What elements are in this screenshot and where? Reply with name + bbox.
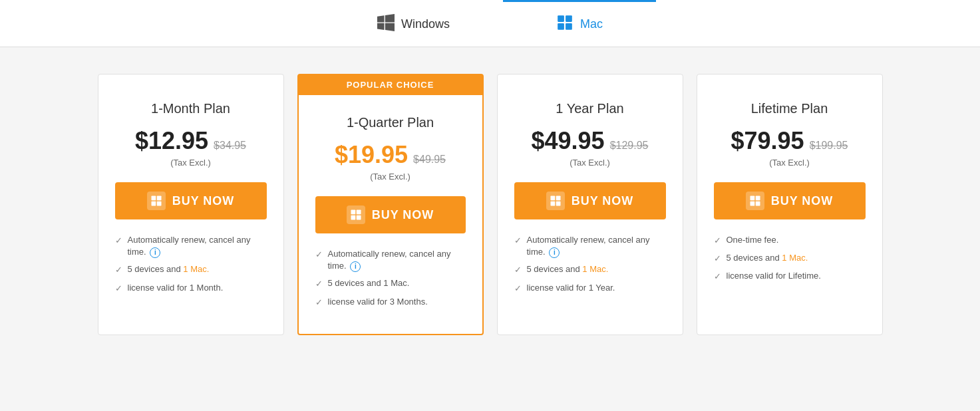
check-icon: ✓	[514, 235, 522, 247]
feature-item: ✓ license valid for 1 Year.	[514, 282, 666, 295]
plan-quarterly-price: $19.95	[335, 141, 408, 169]
plan-monthly-features: ✓ Automatically renew, cancel any time. …	[115, 234, 267, 300]
svg-rect-4	[151, 196, 156, 201]
info-icon[interactable]: i	[350, 261, 361, 272]
plan-quarterly: POPULAR CHOICE 1-Quarter Plan $19.95 $49…	[297, 74, 484, 335]
plans-container: 1-Month Plan $12.95 $34.95 (Tax Excl.) B…	[0, 47, 980, 362]
plan-lifetime-price: $79.95	[731, 127, 804, 155]
plan-monthly-original-price: $34.95	[214, 140, 246, 152]
plan-quarterly-features: ✓ Automatically renew, cancel any time. …	[315, 248, 466, 314]
plan-yearly-tax: (Tax Excl.)	[570, 158, 610, 168]
plan-monthly-buy-label: BUY NOW	[172, 194, 235, 208]
plan-quarterly-name: 1-Quarter Plan	[347, 115, 434, 130]
check-icon: ✓	[315, 249, 323, 261]
buy-icon	[746, 192, 764, 210]
mac-icon	[556, 14, 573, 35]
plan-lifetime-buy-label: BUY NOW	[771, 194, 834, 208]
svg-rect-9	[356, 210, 361, 215]
check-icon: ✓	[115, 264, 122, 276]
tab-mac[interactable]: Mac	[503, 0, 656, 47]
plan-lifetime-features: ✓ One-time fee. ✓ 5 devices and 1 Mac. ✓…	[714, 234, 866, 289]
plan-monthly-name: 1-Month Plan	[151, 101, 230, 116]
plan-quarterly-tax: (Tax Excl.)	[370, 172, 410, 182]
plan-lifetime-tax: (Tax Excl.)	[769, 158, 810, 168]
svg-rect-13	[556, 196, 560, 201]
plan-yearly-price: $49.95	[532, 127, 605, 155]
plan-quarterly-original-price: $49.95	[413, 154, 446, 166]
svg-rect-5	[156, 196, 161, 201]
tabs-bar: Windows Mac	[0, 0, 980, 47]
tab-windows[interactable]: Windows	[324, 0, 503, 47]
feature-item: ✓ One-time fee.	[714, 234, 866, 247]
plan-yearly-name: 1 Year Plan	[556, 101, 623, 116]
svg-rect-15	[556, 202, 560, 206]
plan-lifetime-name: Lifetime Plan	[751, 101, 828, 116]
popular-badge: POPULAR CHOICE	[298, 74, 483, 95]
feature-item: ✓ license valid for 3 Months.	[315, 296, 466, 309]
feature-item: ✓ 5 devices and 1 Mac.	[115, 263, 267, 276]
plan-lifetime-buy-button[interactable]: BUY NOW	[714, 182, 866, 219]
feature-item: ✓ 5 devices and 1 Mac.	[315, 277, 466, 290]
svg-rect-11	[356, 215, 361, 220]
plan-yearly-price-row: $49.95 $129.95	[532, 127, 649, 155]
tab-windows-label: Windows	[401, 17, 450, 31]
svg-rect-0	[558, 15, 564, 22]
info-icon[interactable]: i	[549, 247, 560, 258]
plan-monthly: 1-Month Plan $12.95 $34.95 (Tax Excl.) B…	[98, 74, 284, 335]
check-icon: ✓	[115, 235, 122, 247]
svg-rect-14	[550, 202, 555, 206]
plan-lifetime: Lifetime Plan $79.95 $199.95 (Tax Excl.)…	[697, 74, 883, 335]
check-icon: ✓	[714, 253, 721, 265]
svg-rect-2	[558, 23, 564, 30]
feature-item: ✓ Automatically renew, cancel any time. …	[514, 234, 666, 258]
svg-rect-10	[351, 215, 355, 220]
check-icon: ✓	[714, 235, 721, 247]
tab-mac-label: Mac	[580, 17, 603, 31]
plan-lifetime-original-price: $199.95	[810, 140, 848, 152]
buy-icon	[546, 192, 565, 210]
plan-yearly-features: ✓ Automatically renew, cancel any time. …	[514, 234, 666, 300]
svg-rect-8	[351, 210, 355, 215]
feature-item: ✓ license valid for 1 Month.	[115, 282, 267, 295]
svg-rect-6	[151, 202, 156, 206]
plan-monthly-buy-button[interactable]: BUY NOW	[115, 182, 267, 219]
plan-quarterly-price-row: $19.95 $49.95	[335, 141, 446, 169]
svg-rect-7	[156, 202, 161, 206]
plan-monthly-price: $12.95	[135, 127, 208, 155]
check-icon: ✓	[115, 283, 122, 295]
feature-item: ✓ Automatically renew, cancel any time. …	[315, 248, 466, 272]
feature-item: ✓ 5 devices and 1 Mac.	[714, 252, 866, 265]
svg-rect-19	[755, 202, 760, 206]
svg-rect-3	[566, 23, 572, 30]
plan-lifetime-price-row: $79.95 $199.95	[731, 127, 848, 155]
buy-icon	[147, 192, 166, 210]
feature-item: ✓ license valid for Lifetime.	[714, 270, 866, 283]
check-icon: ✓	[714, 271, 721, 283]
windows-icon	[377, 14, 395, 35]
check-icon: ✓	[315, 278, 323, 290]
plan-yearly: 1 Year Plan $49.95 $129.95 (Tax Excl.) B…	[497, 74, 683, 335]
plan-yearly-buy-button[interactable]: BUY NOW	[514, 182, 666, 219]
svg-rect-18	[750, 202, 754, 206]
check-icon: ✓	[315, 297, 323, 309]
plan-yearly-original-price: $129.95	[610, 140, 649, 152]
svg-rect-1	[566, 15, 572, 22]
info-icon[interactable]: i	[150, 247, 160, 258]
svg-rect-17	[755, 196, 760, 201]
plan-yearly-buy-label: BUY NOW	[572, 194, 634, 208]
plan-monthly-tax: (Tax Excl.)	[170, 158, 211, 168]
check-icon: ✓	[514, 264, 522, 276]
plan-quarterly-buy-button[interactable]: BUY NOW	[315, 196, 466, 233]
plan-quarterly-buy-label: BUY NOW	[372, 208, 434, 222]
check-icon: ✓	[514, 283, 522, 295]
buy-icon	[347, 206, 365, 224]
feature-item: ✓ Automatically renew, cancel any time. …	[115, 234, 267, 258]
plan-monthly-price-row: $12.95 $34.95	[135, 127, 246, 155]
svg-rect-16	[750, 196, 754, 201]
svg-rect-12	[550, 196, 555, 201]
feature-item: ✓ 5 devices and 1 Mac.	[514, 263, 666, 276]
